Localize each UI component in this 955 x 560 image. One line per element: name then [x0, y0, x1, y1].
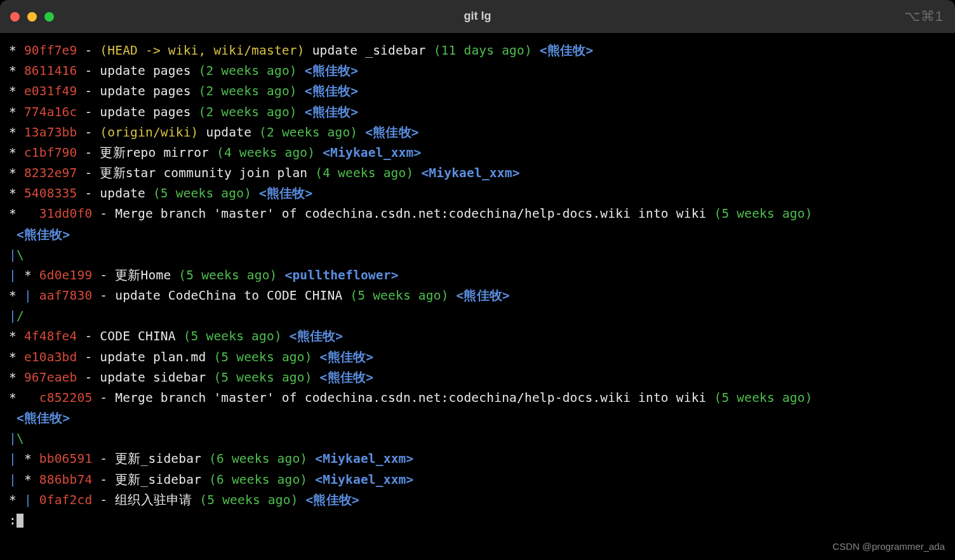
commit-hash: 31dd0f0 [39, 206, 93, 221]
log-line: | * 6d0e199 - 更新Home (5 weeks ago) <pull… [9, 265, 946, 286]
commit-age: (5 weeks ago) [199, 493, 298, 507]
graph-char: * [9, 350, 24, 364]
graph-char: / [17, 309, 24, 323]
commit-refs: (HEAD -> wiki, wiki/master) [100, 43, 312, 58]
commit-message: 更新repo mirror [100, 145, 217, 160]
commit-author: <Miykael_xxm> [307, 472, 413, 487]
keybind-indicator: ⌥⌘1 [904, 5, 944, 28]
commit-author: <熊佳牧> [532, 43, 593, 58]
commit-message: 更新_sidebar [115, 472, 209, 487]
graph-char: * [9, 370, 24, 385]
commit-age: (2 weeks ago) [199, 63, 297, 78]
commit-hash: 967eaeb [24, 370, 77, 385]
log-line: * 90ff7e9 - (HEAD -> wiki, wiki/master) … [9, 41, 946, 61]
close-button[interactable] [10, 12, 20, 22]
maximize-button[interactable] [44, 12, 54, 22]
commit-author: <Miykael_xxm> [413, 166, 519, 180]
titlebar: git lg ⌥⌘1 [0, 0, 955, 33]
graph-char: * [17, 268, 39, 283]
graph-char: | [9, 268, 17, 283]
graph-char: * [17, 451, 39, 466]
log-line: * 4f48fe4 - CODE CHINA (5 weeks ago) <熊佳… [9, 326, 946, 347]
cursor [17, 514, 23, 528]
log-line: * 8232e97 - 更新star community join plan (… [9, 163, 946, 183]
commit-author: <熊佳牧> [297, 105, 358, 119]
commit-hash: c852205 [39, 390, 93, 405]
minimize-button[interactable] [27, 12, 37, 22]
log-line: * e10a3bd - update plan.md (5 weeks ago)… [9, 347, 946, 368]
graph-char [32, 493, 39, 507]
graph-char: * [9, 329, 24, 343]
graph-char: | [9, 431, 17, 446]
commit-message: update plan.md [100, 350, 213, 364]
log-line: * 13a73bb - (origin/wiki) update (2 week… [9, 123, 946, 143]
commit-message: 组织入驻申请 [115, 493, 199, 507]
commit-age: (5 weeks ago) [213, 370, 312, 385]
commit-hash: c1bf790 [24, 145, 77, 160]
commit-hash: 8611416 [24, 63, 77, 78]
window-title: git lg [464, 7, 491, 26]
graph-char: * [9, 125, 24, 140]
commit-hash: 8232e97 [24, 166, 77, 180]
commit-author: <熊佳牧> [9, 227, 70, 242]
commit-message: CODE CHINA [100, 329, 183, 343]
graph-char: * [9, 206, 39, 221]
graph-char: | [9, 451, 17, 466]
commit-message: Merge branch 'master' of codechina.csdn.… [115, 206, 714, 221]
graph-char: \ [17, 248, 24, 262]
log-line-wrap: <熊佳牧> [9, 225, 946, 245]
graph-char: * [9, 63, 24, 78]
commit-message: update CodeChina to CODE CHINA [115, 288, 350, 303]
commit-age: (4 weeks ago) [315, 166, 413, 180]
log-line-wrap: <熊佳牧> [9, 408, 946, 429]
commit-hash: 774a16c [24, 105, 77, 119]
commit-author: <熊佳牧> [312, 370, 373, 385]
commit-message: update [100, 186, 153, 201]
log-line: * e031f49 - update pages (2 weeks ago) <… [9, 81, 946, 102]
graph-char: | [9, 248, 17, 262]
commit-author: <熊佳牧> [251, 186, 312, 201]
watermark: CSDN @programmer_ada [832, 539, 945, 555]
graph-char: * [9, 390, 39, 405]
commit-age: (2 weeks ago) [199, 84, 297, 98]
commit-author: <熊佳牧> [312, 350, 373, 364]
commit-message: 更新star community join plan [100, 166, 315, 180]
graph-char: * [9, 84, 24, 98]
graph-char: * [17, 472, 39, 487]
log-line: * 8611416 - update pages (2 weeks ago) <… [9, 61, 946, 81]
commit-hash: 886bb74 [39, 472, 93, 487]
log-line: |\ [9, 245, 946, 265]
commit-hash: e031f49 [24, 84, 77, 98]
commit-age: (6 weeks ago) [209, 451, 307, 466]
commit-hash: 13a73bb [24, 125, 77, 140]
graph-char [32, 288, 39, 303]
prompt-char: : [9, 510, 17, 531]
pager-prompt[interactable]: : [9, 510, 946, 531]
log-line: * 5408335 - update (5 weeks ago) <熊佳牧> [9, 183, 946, 204]
commit-message: Merge branch 'master' of codechina.csdn.… [115, 390, 714, 405]
commit-age: (5 weeks ago) [714, 206, 812, 221]
log-line: * 774a16c - update pages (2 weeks ago) <… [9, 102, 946, 123]
graph-char: * [9, 288, 24, 303]
graph-char: * [9, 493, 24, 507]
commit-message: update pages [100, 84, 198, 98]
commit-hash: 5408335 [24, 186, 77, 201]
graph-char: | [24, 288, 32, 303]
commit-age: (2 weeks ago) [259, 125, 357, 140]
commit-age: (4 weeks ago) [217, 145, 315, 160]
commit-age: (11 days ago) [434, 43, 532, 58]
log-line: * c852205 - Merge branch 'master' of cod… [9, 388, 946, 408]
commit-refs: (origin/wiki) [100, 125, 206, 140]
commit-hash: 90ff7e9 [24, 43, 77, 58]
log-line: * 967eaeb - update sidebar (5 weeks ago)… [9, 368, 946, 388]
graph-char: \ [17, 431, 24, 446]
log-line: * 31dd0f0 - Merge branch 'master' of cod… [9, 204, 946, 224]
commit-author: <熊佳牧> [298, 493, 359, 507]
commit-message: update pages [100, 105, 198, 119]
commit-hash: 6d0e199 [39, 268, 93, 283]
commit-age: (5 weeks ago) [178, 268, 277, 283]
log-line: * | 0faf2cd - 组织入驻申请 (5 weeks ago) <熊佳牧> [9, 490, 946, 510]
commit-message: update pages [100, 63, 198, 78]
terminal-output[interactable]: * 90ff7e9 - (HEAD -> wiki, wiki/master) … [0, 33, 955, 531]
commit-author: <熊佳牧> [282, 329, 343, 343]
